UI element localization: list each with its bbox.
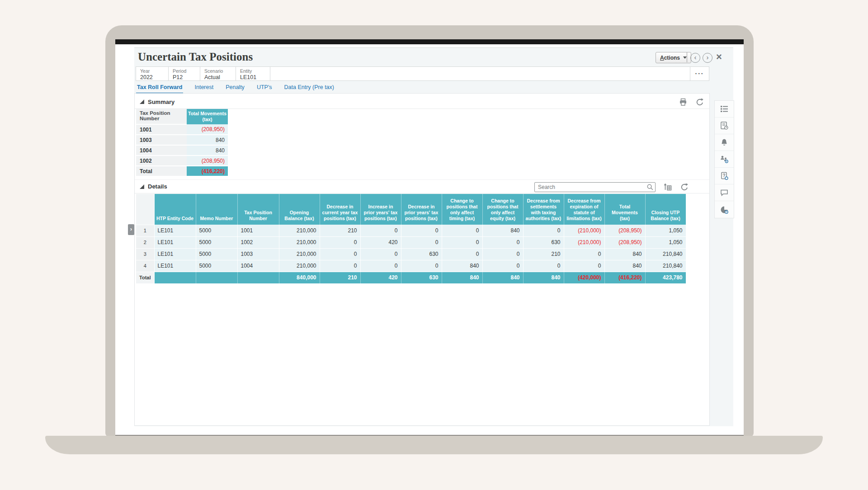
details-cell[interactable]: (208,950) [604, 225, 645, 236]
details-cell[interactable]: 0 [523, 260, 564, 272]
actions-button[interactable]: Actions [656, 52, 691, 63]
details-cell[interactable]: 210 [320, 225, 360, 236]
details-cell[interactable]: 5000 [196, 248, 237, 260]
details-cell[interactable]: 210,840 [645, 248, 686, 260]
details-cell[interactable]: 0 [320, 260, 360, 272]
details-cell[interactable]: 0 [320, 236, 360, 248]
tab-data-entry-pre-tax[interactable]: Data Entry (Pre tax) [283, 83, 335, 94]
details-cell[interactable] [237, 272, 279, 283]
summary-cell[interactable]: (208,950) [187, 124, 228, 135]
details-cell[interactable]: (208,950) [604, 236, 645, 248]
details-cell[interactable]: 1001 [237, 225, 279, 236]
summary-cell[interactable]: (208,950) [187, 155, 228, 166]
details-cell[interactable]: 5000 [196, 260, 237, 272]
details-cell[interactable]: 0 [401, 236, 442, 248]
refresh-button[interactable] [695, 98, 704, 107]
details-cell[interactable]: 0 [320, 248, 360, 260]
tab-utp-s[interactable]: UTP's [256, 83, 273, 94]
details-cell[interactable]: (420,000) [564, 272, 604, 283]
tab-interest[interactable]: Interest [193, 83, 214, 94]
details-cell[interactable]: LE101 [154, 236, 196, 248]
details-cell[interactable]: 0 [401, 225, 442, 236]
pov-cell-year[interactable]: Year2022 [136, 67, 169, 80]
export-grid-button[interactable] [663, 183, 672, 192]
details-cell[interactable]: 420 [360, 236, 401, 248]
details-cell[interactable]: 840 [482, 225, 523, 236]
pov-overflow-button[interactable]: ··· [690, 67, 709, 80]
details-cell[interactable]: LE101 [154, 248, 196, 260]
details-cell[interactable]: LE101 [154, 225, 196, 236]
details-cell[interactable]: 1,050 [645, 236, 686, 248]
previous-button[interactable]: ‹ [690, 53, 700, 63]
details-cell[interactable]: 0 [360, 248, 401, 260]
details-cell[interactable]: 0 [523, 225, 564, 236]
details-cell[interactable]: 0 [564, 248, 604, 260]
details-cell[interactable]: 840 [604, 248, 645, 260]
pov-cell-entity[interactable]: EntityLE101 [236, 67, 270, 80]
details-cell[interactable]: 210,840 [645, 260, 686, 272]
details-cell[interactable]: (416,220) [604, 272, 645, 283]
details-cell[interactable]: 840,000 [279, 272, 320, 283]
summary-total-cell[interactable]: (416,220) [187, 166, 228, 176]
details-section-header[interactable]: Details [135, 179, 709, 193]
details-cell[interactable]: 210,000 [279, 248, 320, 260]
details-cell[interactable]: 210,000 [279, 236, 320, 248]
details-cell[interactable]: 0 [564, 260, 604, 272]
summary-cell[interactable]: 840 [187, 135, 228, 145]
details-cell[interactable]: 210,000 [279, 260, 320, 272]
details-cell[interactable] [196, 272, 237, 283]
details-cell[interactable]: 5000 [196, 236, 237, 248]
recent-history-button[interactable] [715, 201, 734, 218]
approvals-users-button[interactable] [715, 151, 734, 168]
comments-button[interactable] [715, 184, 734, 201]
refresh-button[interactable] [680, 183, 689, 192]
details-cell[interactable]: 0 [401, 260, 442, 272]
details-cell[interactable]: (210,000) [564, 225, 604, 236]
summary-cell[interactable]: 840 [187, 145, 228, 155]
details-cell[interactable]: 840 [482, 272, 523, 283]
details-cell[interactable]: 840 [523, 272, 564, 283]
details-cell[interactable]: 0 [442, 225, 482, 236]
details-cell[interactable]: 1002 [237, 236, 279, 248]
details-cell[interactable]: 840 [604, 260, 645, 272]
details-tools [663, 183, 689, 192]
details-cell[interactable]: 0 [482, 248, 523, 260]
details-cell[interactable]: 630 [401, 248, 442, 260]
tab-tax-roll-forward[interactable]: Tax Roll Forward [136, 83, 183, 94]
details-cell[interactable]: 0 [442, 236, 482, 248]
summary-section-header[interactable]: Summary [135, 95, 709, 109]
details-cell[interactable]: 1,050 [645, 225, 686, 236]
details-cell[interactable]: LE101 [154, 260, 196, 272]
details-cell[interactable]: 0 [442, 248, 482, 260]
next-button[interactable]: › [703, 53, 712, 63]
details-cell[interactable]: 210 [320, 272, 360, 283]
help-guide-button[interactable]: ? [715, 168, 734, 184]
pov-cell-scenario[interactable]: ScenarioActual [200, 67, 236, 80]
details-cell[interactable]: 420 [360, 272, 401, 283]
form-schedule-button[interactable] [715, 118, 734, 134]
details-cell[interactable]: 423,780 [645, 272, 686, 283]
details-cell[interactable]: 0 [360, 225, 401, 236]
details-cell[interactable]: 840 [442, 272, 482, 283]
details-cell[interactable] [154, 272, 196, 283]
details-cell[interactable]: 0 [482, 236, 523, 248]
task-list-button[interactable] [715, 101, 734, 118]
close-button[interactable]: × [716, 51, 722, 63]
expand-left-panel-button[interactable]: › [128, 224, 134, 235]
details-cell[interactable]: 5000 [196, 225, 237, 236]
details-cell[interactable]: 1004 [237, 260, 279, 272]
details-cell[interactable]: 840 [442, 260, 482, 272]
details-cell[interactable]: 630 [523, 236, 564, 248]
details-cell[interactable]: 1003 [237, 248, 279, 260]
tab-penalty[interactable]: Penalty [225, 83, 245, 94]
details-cell[interactable]: 630 [401, 272, 442, 283]
details-cell[interactable]: 0 [360, 260, 401, 272]
announcements-button[interactable] [715, 134, 734, 151]
details-cell[interactable]: 210,000 [279, 225, 320, 236]
search-input[interactable] [534, 182, 656, 192]
details-cell[interactable]: 210 [523, 248, 564, 260]
details-cell[interactable]: 0 [482, 260, 523, 272]
pov-cell-period[interactable]: PeriodP12 [169, 67, 200, 80]
print-button[interactable] [679, 98, 688, 107]
details-cell[interactable]: (210,000) [564, 236, 604, 248]
